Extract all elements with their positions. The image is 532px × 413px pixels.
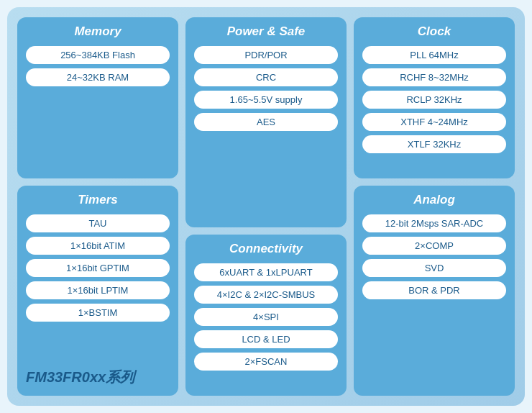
- connectivity-item-2: 4×SPI: [194, 308, 338, 326]
- clock-item-0: PLL 64MHz: [362, 46, 506, 64]
- memory-item-0: 256~384KB Flash: [26, 46, 170, 64]
- timers-item-3: 1×16bit LPTIM: [26, 281, 170, 299]
- timers-item-0: TAU: [26, 214, 170, 232]
- brand-label: FM33FR0xx系列: [26, 363, 170, 387]
- power-item-2: 1.65~5.5V supply: [194, 91, 338, 109]
- clock-title: Clock: [362, 24, 506, 39]
- analog-item-2: SVD: [362, 259, 506, 277]
- clock-item-2: RCLP 32KHz: [362, 91, 506, 109]
- main-container: Memory 256~384KB Flash 24~32KB RAM Power…: [7, 7, 525, 406]
- timers-item-4: 1×BSTIM: [26, 304, 170, 322]
- connectivity-item-1: 4×I2C & 2×I2C-SMBUS: [194, 286, 338, 304]
- connectivity-item-4: 2×FSCAN: [194, 353, 338, 371]
- analog-item-0: 12-bit 2Msps SAR-ADC: [362, 214, 506, 232]
- connectivity-title: Connectivity: [194, 242, 338, 256]
- memory-card: Memory 256~384KB Flash 24~32KB RAM: [17, 17, 178, 178]
- clock-item-3: XTHF 4~24MHz: [362, 113, 506, 131]
- power-item-3: AES: [194, 113, 338, 131]
- clock-card: Clock PLL 64MHz RCHF 8~32MHz RCLP 32KHz …: [354, 17, 515, 178]
- memory-title: Memory: [26, 24, 170, 39]
- clock-item-4: XTLF 32KHz: [362, 135, 506, 153]
- power-item-0: PDR/POR: [194, 46, 338, 64]
- power-title: Power & Safe: [194, 24, 338, 39]
- analog-item-1: 2×COMP: [362, 237, 506, 255]
- clock-item-1: RCHF 8~32MHz: [362, 68, 506, 86]
- connectivity-item-3: LCD & LED: [194, 330, 338, 348]
- connectivity-item-0: 6xUART & 1xLPUART: [194, 263, 338, 281]
- timers-item-2: 1×16bit GPTIM: [26, 259, 170, 277]
- analog-card: Analog 12-bit 2Msps SAR-ADC 2×COMP SVD B…: [354, 186, 515, 396]
- timers-item-1: 1×16bit ATIM: [26, 237, 170, 255]
- memory-item-1: 24~32KB RAM: [26, 68, 170, 86]
- power-item-1: CRC: [194, 68, 338, 86]
- analog-item-3: BOR & PDR: [362, 281, 506, 299]
- analog-title: Analog: [362, 193, 506, 207]
- connectivity-card: Connectivity 6xUART & 1xLPUART 4×I2C & 2…: [185, 235, 347, 396]
- timers-title: Timers: [26, 193, 170, 207]
- power-card: Power & Safe PDR/POR CRC 1.65~5.5V suppl…: [185, 17, 347, 227]
- timers-card: Timers TAU 1×16bit ATIM 1×16bit GPTIM 1×…: [17, 186, 178, 396]
